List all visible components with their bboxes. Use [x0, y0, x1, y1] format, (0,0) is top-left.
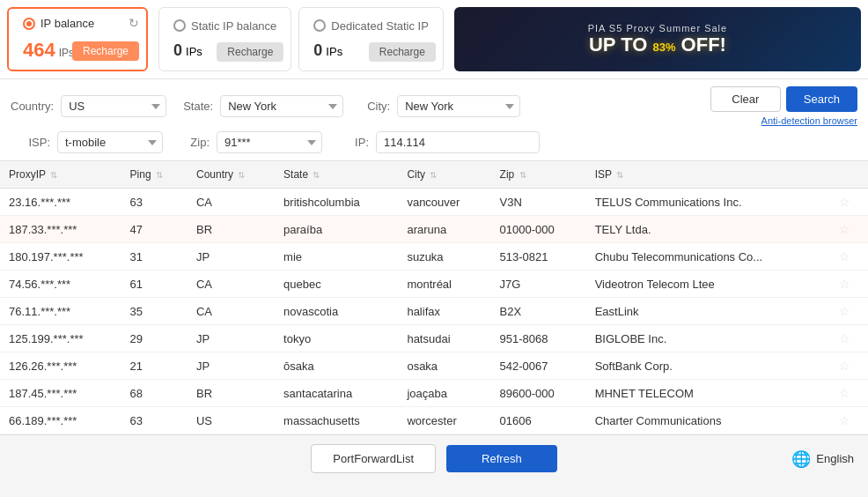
- ip-input[interactable]: [376, 131, 540, 153]
- language-selector[interactable]: 🌐 English: [791, 449, 854, 469]
- filter-row-1: Country: US State: New York City: New Yo…: [11, 86, 857, 126]
- cell-star[interactable]: ☆: [830, 407, 868, 434]
- search-button[interactable]: Search: [786, 86, 857, 112]
- isp-select[interactable]: t-mobile: [57, 131, 163, 153]
- table-row: 76.11.***.*** 35 CA novascotia halifax B…: [0, 298, 868, 325]
- cell-state: britishcolumbia: [275, 189, 398, 216]
- zip-select[interactable]: 91***: [217, 131, 322, 153]
- anti-detection-link[interactable]: Anti-detection browser: [761, 115, 857, 126]
- dedicated-ip-radio[interactable]: Dedicated Static IP: [313, 19, 429, 33]
- table-row: 23.16.***.*** 63 CA britishcolumbia vanc…: [0, 189, 868, 216]
- col-zip[interactable]: Zip ⇅: [491, 161, 586, 189]
- cell-country: CA: [188, 271, 275, 298]
- cell-zip: V3N: [491, 189, 586, 216]
- cell-state: ōsaka: [275, 352, 398, 380]
- city-sort-icon: ⇅: [430, 170, 437, 180]
- col-country[interactable]: Country ⇅: [188, 161, 275, 189]
- footer: PortForwardList Refresh 🌐 English: [0, 434, 868, 482]
- table-row: 66.189.***.*** 63 US massachusetts worce…: [0, 407, 868, 434]
- filter-actions: Clear Search Anti-detection browser: [710, 86, 857, 126]
- static-ip-balance-radio[interactable]: Static IP balance: [173, 19, 276, 33]
- cell-isp: MHNET TELECOM: [586, 380, 830, 407]
- cell-proxyip: 126.26.***.***: [0, 352, 121, 380]
- ip-label: IP:: [329, 136, 369, 149]
- cell-city: vancouver: [398, 189, 490, 216]
- star-icon[interactable]: ☆: [839, 413, 850, 427]
- cell-star[interactable]: ☆: [830, 271, 868, 298]
- star-icon[interactable]: ☆: [839, 195, 850, 209]
- cell-zip: 01000-000: [491, 216, 586, 243]
- cell-country: BR: [188, 216, 275, 243]
- star-icon[interactable]: ☆: [839, 304, 850, 318]
- col-isp[interactable]: ISP ⇅: [586, 161, 830, 189]
- ad-banner[interactable]: PIA S5 Proxy Summer Sale UP TO 83% OFF!: [454, 7, 861, 71]
- state-select[interactable]: New York: [220, 95, 343, 117]
- cell-city: joaçaba: [398, 380, 490, 407]
- cell-country: CA: [188, 189, 275, 216]
- dedicated-ip-recharge-button[interactable]: Recharge: [369, 42, 436, 62]
- static-ip-count: 0: [173, 41, 182, 60]
- cell-zip: 513-0821: [491, 243, 586, 271]
- country-select[interactable]: US: [61, 95, 166, 117]
- dedicated-ip-radio-dot: [313, 19, 326, 32]
- city-select[interactable]: New York: [397, 95, 520, 117]
- cell-ping: 63: [121, 407, 188, 434]
- cell-country: CA: [188, 298, 275, 325]
- star-icon[interactable]: ☆: [839, 331, 850, 345]
- star-icon[interactable]: ☆: [839, 222, 850, 236]
- cell-ping: 68: [121, 380, 188, 407]
- cell-country: JP: [188, 243, 275, 271]
- cell-country: JP: [188, 325, 275, 352]
- star-icon[interactable]: ☆: [839, 386, 850, 400]
- col-state[interactable]: State ⇅: [275, 161, 398, 189]
- ip-balance-radio[interactable]: IP balance: [23, 17, 132, 30]
- cell-zip: J7G: [491, 271, 586, 298]
- header: IP balance 464 IPs ↻ Recharge Static IP …: [0, 0, 868, 79]
- table-row: 180.197.***.*** 31 JP mie suzuka 513-082…: [0, 243, 868, 271]
- cell-star[interactable]: ☆: [830, 189, 868, 216]
- cell-state: paraíba: [275, 216, 398, 243]
- ad-percent: 83%: [652, 41, 675, 54]
- portforward-button[interactable]: PortForwardList: [311, 444, 436, 473]
- table-row: 125.199.***.*** 29 JP tokyo hatsudai 951…: [0, 325, 868, 352]
- cell-state: massachusetts: [275, 407, 398, 434]
- cell-star[interactable]: ☆: [830, 325, 868, 352]
- table-row: 74.56.***.*** 61 CA quebec montréal J7G …: [0, 271, 868, 298]
- cell-isp: SoftBank Corp.: [586, 352, 830, 380]
- cell-proxyip: 76.11.***.***: [0, 298, 121, 325]
- cell-isp: Chubu Telecommunications Co...: [586, 243, 830, 271]
- col-proxyip[interactable]: ProxyIP ⇅: [0, 161, 121, 189]
- cell-proxyip: 180.197.***.***: [0, 243, 121, 271]
- cell-state: mie: [275, 243, 398, 271]
- col-action: [830, 161, 868, 189]
- clear-button[interactable]: Clear: [710, 86, 781, 112]
- cell-ping: 31: [121, 243, 188, 271]
- cell-star[interactable]: ☆: [830, 298, 868, 325]
- star-icon[interactable]: ☆: [839, 249, 850, 263]
- cell-star[interactable]: ☆: [830, 243, 868, 271]
- cell-star[interactable]: ☆: [830, 380, 868, 407]
- cell-city: hatsudai: [398, 325, 490, 352]
- cell-zip: 01606: [491, 407, 586, 434]
- refresh-button[interactable]: Refresh: [446, 445, 557, 472]
- ip-balance-recharge-button[interactable]: Recharge: [72, 41, 139, 61]
- ip-balance-refresh-icon[interactable]: ↻: [129, 16, 139, 30]
- ip-balance-card: IP balance 464 IPs ↻ Recharge: [7, 7, 148, 71]
- star-icon[interactable]: ☆: [839, 277, 850, 291]
- ad-top-text: PIA S5 Proxy Summer Sale: [588, 23, 728, 33]
- table-row: 126.26.***.*** 21 JP ōsaka osaka 542-006…: [0, 352, 868, 380]
- cell-city: halifax: [398, 298, 490, 325]
- cell-star[interactable]: ☆: [830, 216, 868, 243]
- cell-country: US: [188, 407, 275, 434]
- ip-balance-radio-dot: [23, 18, 35, 30]
- table-header: ProxyIP ⇅ Ping ⇅ Country ⇅ State ⇅ City …: [0, 161, 868, 189]
- table-row: 187.45.***.*** 68 BR santacatarina joaça…: [0, 380, 868, 407]
- static-ip-balance-label: Static IP balance: [191, 19, 276, 33]
- col-ping[interactable]: Ping ⇅: [121, 161, 188, 189]
- col-city[interactable]: City ⇅: [398, 161, 490, 189]
- country-sort-icon: ⇅: [238, 170, 245, 180]
- static-ip-recharge-button[interactable]: Recharge: [217, 42, 283, 62]
- star-icon[interactable]: ☆: [839, 359, 850, 373]
- cell-state: quebec: [275, 271, 398, 298]
- cell-star[interactable]: ☆: [830, 352, 868, 380]
